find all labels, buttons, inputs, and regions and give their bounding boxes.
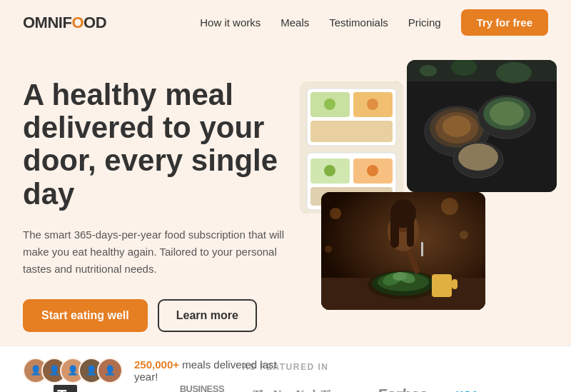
- social-proof-count: 250,000+: [134, 358, 179, 371]
- svg-rect-48: [421, 242, 423, 256]
- nav-item-cta[interactable]: Try for free: [461, 16, 548, 29]
- learn-more-button[interactable]: Learn more: [158, 299, 257, 332]
- nav-item-pricing[interactable]: Pricing: [408, 16, 441, 29]
- nav-item-how-it-works[interactable]: How it works: [200, 16, 261, 29]
- svg-point-13: [496, 62, 532, 84]
- nav-link-meals[interactable]: Meals: [281, 16, 309, 29]
- start-eating-button[interactable]: Start eating well: [23, 299, 148, 332]
- woman-eating-image: [321, 192, 485, 310]
- nav-item-meals[interactable]: Meals: [281, 16, 309, 29]
- nav-link-how-it-works[interactable]: How it works: [200, 16, 261, 29]
- nyt-logo: The New York Times: [253, 388, 348, 392]
- hero-description: The smart 365-days-per-year food subscri…: [23, 226, 294, 278]
- social-proof: 👤 👤 👤 👤 👤 250,000+ meals delivered last …: [23, 358, 294, 383]
- svg-point-23: [324, 165, 335, 176]
- hero-text-content: A healthy meal delivered to your door, e…: [23, 71, 294, 383]
- nav-cta-button[interactable]: Try for free: [461, 9, 548, 36]
- nav-item-testimonials[interactable]: Testimonials: [329, 16, 388, 29]
- hero-headline: A healthy meal delivered to your door, e…: [23, 79, 294, 211]
- food-bowls-image: [407, 60, 557, 192]
- svg-point-31: [460, 231, 468, 239]
- svg-point-11: [420, 65, 437, 76]
- nav-link-testimonials[interactable]: Testimonials: [329, 16, 388, 29]
- svg-point-25: [367, 165, 378, 176]
- svg-rect-46: [407, 215, 414, 247]
- nav-link-pricing[interactable]: Pricing: [408, 16, 441, 29]
- svg-point-9: [458, 144, 498, 171]
- svg-rect-20: [310, 121, 393, 142]
- business-insider-logo: BUSINESSINSIDER: [180, 383, 224, 392]
- nav-links: How it works Meals Testimonials Pricing …: [200, 16, 548, 29]
- navbar: OMNIFOOD How it works Meals Testimonials…: [0, 0, 571, 46]
- svg-rect-41: [452, 279, 458, 289]
- svg-point-19: [367, 99, 378, 110]
- svg-point-30: [441, 198, 458, 215]
- svg-rect-45: [390, 212, 399, 248]
- avatar-5: 👤: [97, 358, 123, 383]
- hero-section: A healthy meal delivered to your door, e…: [0, 46, 571, 346]
- forbes-logo: Forbes: [377, 386, 427, 392]
- svg-point-17: [324, 99, 335, 110]
- featured-logos: Tc TechCrunch BUSINESSINSIDER The New Yo…: [54, 383, 517, 392]
- hero-btn-group: Start eating well Learn more: [23, 299, 294, 332]
- logo[interactable]: OMNIFOOD: [23, 14, 106, 32]
- techcrunch-logo: Tc TechCrunch: [54, 383, 151, 392]
- svg-point-29: [330, 208, 341, 219]
- social-proof-text: 250,000+ meals delivered last year!: [134, 358, 294, 383]
- svg-point-7: [490, 101, 524, 126]
- svg-rect-40: [432, 274, 452, 297]
- avatar-group: 👤 👤 👤 👤 👤: [23, 358, 116, 383]
- usatoday-logo: USA TODAY: [456, 389, 517, 392]
- svg-point-4: [443, 116, 471, 137]
- hero-images: [314, 60, 557, 338]
- svg-point-32: [325, 246, 332, 253]
